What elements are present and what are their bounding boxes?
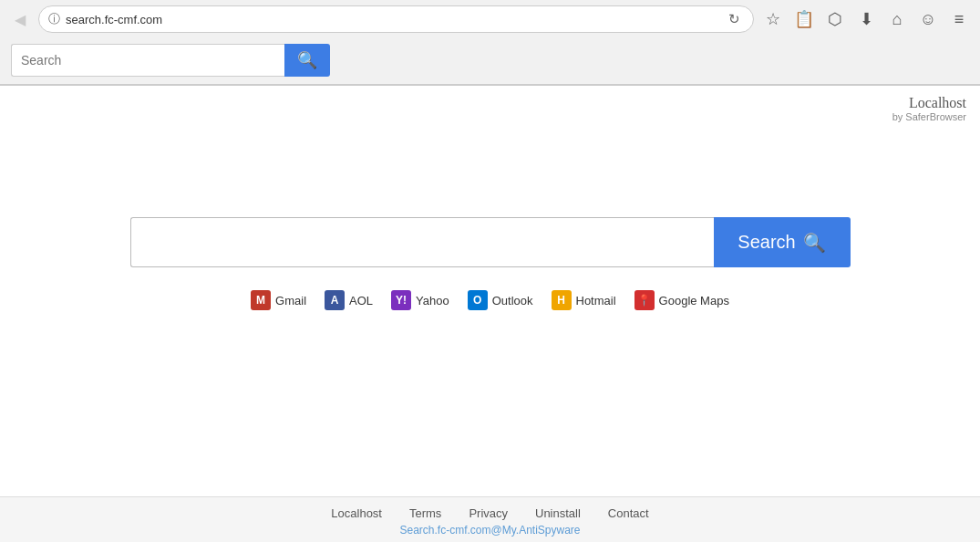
quick-link-aol[interactable]: A AOL xyxy=(325,290,373,310)
footer-link-privacy[interactable]: Privacy xyxy=(469,506,508,520)
sync-button[interactable]: ☺ xyxy=(914,5,942,33)
top-search-bar: 🔍 xyxy=(0,38,980,85)
pocket-button[interactable]: ⬡ xyxy=(821,5,849,33)
aol-icon: A xyxy=(325,290,345,310)
hotmail-label: Hotmail xyxy=(576,294,616,307)
footer-link-uninstall[interactable]: Uninstall xyxy=(535,506,581,520)
gmail-label: Gmail xyxy=(275,294,306,307)
footer-link-localhost[interactable]: Localhost xyxy=(331,506,382,520)
home-button[interactable]: ⌂ xyxy=(883,5,911,33)
localhost-brand: Localhost by SaferBrowser xyxy=(892,95,966,122)
yahoo-icon: Y! xyxy=(391,290,411,310)
footer-links: Localhost Terms Privacy Uninstall Contac… xyxy=(0,506,980,520)
localhost-title: Localhost xyxy=(892,95,966,111)
address-actions: ↻ xyxy=(724,9,744,29)
star-button[interactable]: ☆ xyxy=(759,5,787,33)
googlemaps-icon: 📍 xyxy=(634,290,655,310)
main-search-container: Search 🔍 xyxy=(130,217,851,267)
localhost-by: by SaferBrowser xyxy=(892,111,966,122)
address-input[interactable] xyxy=(66,13,718,26)
quick-link-outlook[interactable]: O Outlook xyxy=(468,290,533,310)
googlemaps-label: Google Maps xyxy=(659,294,729,307)
footer-link-terms[interactable]: Terms xyxy=(409,506,441,520)
page-content: Localhost by SaferBrowser Search 🔍 M Gma… xyxy=(0,86,980,542)
gmail-icon: M xyxy=(251,290,271,310)
yahoo-label: Yahoo xyxy=(416,294,449,307)
main-search-input[interactable] xyxy=(130,217,714,267)
aol-label: AOL xyxy=(349,294,373,307)
address-bar-container: ⓘ ↻ xyxy=(38,5,754,33)
browser-menu-icons: ☆ 📋 ⬡ ⬇ ⌂ ☺ ≡ xyxy=(759,5,973,33)
outlook-icon: O xyxy=(468,290,488,310)
bookmark-button[interactable]: 📋 xyxy=(790,5,818,33)
page-footer: Localhost Terms Privacy Uninstall Contac… xyxy=(0,496,980,542)
quick-link-hotmail[interactable]: H Hotmail xyxy=(552,290,616,310)
reload-button[interactable]: ↻ xyxy=(724,9,744,29)
footer-bottom-url: Search.fc-cmf.com@My.AntiSpyware xyxy=(0,524,980,537)
top-search-input[interactable] xyxy=(11,44,284,77)
menu-button[interactable]: ≡ xyxy=(945,5,973,33)
main-search-button-label: Search xyxy=(738,232,795,253)
download-button[interactable]: ⬇ xyxy=(852,5,880,33)
top-search-button[interactable]: 🔍 xyxy=(284,44,330,77)
browser-toolbar: ◀ ⓘ ↻ ☆ 📋 ⬡ ⬇ ⌂ ☺ ≡ xyxy=(0,0,980,38)
top-search-icon: 🔍 xyxy=(297,50,317,70)
back-button[interactable]: ◀ xyxy=(7,6,33,32)
main-search-button-icon: 🔍 xyxy=(803,232,826,254)
quick-link-yahoo[interactable]: Y! Yahoo xyxy=(391,290,449,310)
footer-link-contact[interactable]: Contact xyxy=(608,506,649,520)
center-area: Search 🔍 M Gmail A AOL Y! Yahoo O Outloo… xyxy=(0,86,980,496)
quick-link-googlemaps[interactable]: 📍 Google Maps xyxy=(634,290,729,310)
quick-links: M Gmail A AOL Y! Yahoo O Outlook H Hotma… xyxy=(251,290,729,310)
outlook-label: Outlook xyxy=(492,294,533,307)
browser-chrome: ◀ ⓘ ↻ ☆ 📋 ⬡ ⬇ ⌂ ☺ ≡ 🔍 xyxy=(0,0,980,86)
hotmail-icon: H xyxy=(552,290,572,310)
main-search-button[interactable]: Search 🔍 xyxy=(714,217,851,267)
quick-link-gmail[interactable]: M Gmail xyxy=(251,290,306,310)
info-icon: ⓘ xyxy=(48,11,60,27)
